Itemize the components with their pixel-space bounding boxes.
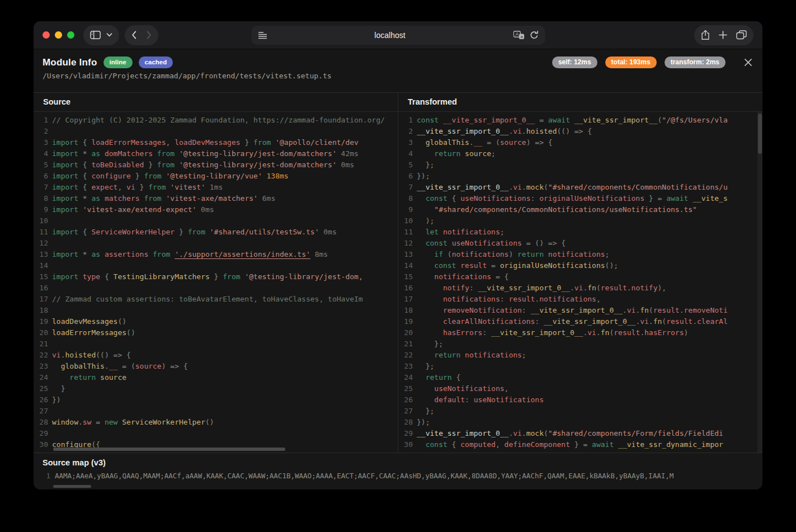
code-line: 19loadDevMessages() [34,316,398,327]
code-line: 19 clearAllNotifications: __vite_ssr_imp… [398,316,762,327]
close-window-button[interactable] [43,31,50,39]
zoom-window-button[interactable] [67,31,74,39]
code-line: 27 [34,406,398,417]
line-number: 11 [34,227,48,238]
forward-button[interactable] [147,31,152,39]
sidebar-button-group [83,25,119,45]
tab-overview-button[interactable] [736,30,747,40]
share-icon [701,30,710,40]
code-line: 20loadErrorMessages() [34,327,398,338]
code-line: 16 notify: __vite_ssr_import_0__.vi.fn(r… [398,283,762,294]
line-number: 11 [398,227,413,238]
translate-icon[interactable]: A a [513,31,524,40]
line-number: 9 [398,204,413,215]
sidebar-toggle-button[interactable] [90,31,101,39]
transformed-code: 1const __vite_ssr_import_0__ = await __v… [398,112,762,453]
code-line: 25 } [34,383,398,394]
line-number: 15 [398,271,413,283]
line-number: 14 [34,260,48,271]
code-line: 9import 'vitest-axe/extend-expect' 0ms [34,204,398,215]
sourcemap-mappings-line: 1AAMA;AAeA,yBAAG,QAAQ,MAAM;AACf,aAAW,KAA… [43,472,761,480]
line-number: 20 [34,327,48,338]
share-button[interactable] [701,30,710,40]
line-number: 18 [398,305,413,316]
code-line: 10 [34,215,398,227]
line-number: 8 [398,193,413,204]
code-line: 8 const { useNotifications: originalUseN… [398,193,762,204]
code-line: 30 const { computed, defineComponent } =… [398,439,762,450]
close-icon [744,58,752,67]
line-number: 17 [34,294,48,305]
nav-button-group [125,25,158,45]
line-number: 4 [398,148,413,159]
line-number: 2 [398,126,413,137]
line-number: 14 [398,260,413,271]
line-number: 13 [34,249,48,260]
source-horizontal-scrollbar[interactable] [53,448,285,451]
code-line: 25 useNotifications, [398,383,762,394]
line-number: 12 [34,238,48,249]
code-line: 7import { expect, vi } from 'vitest' 1ms [34,182,398,193]
transformed-scrollbar-track[interactable] [757,112,762,453]
code-line: 4 return source; [398,148,762,159]
sidebar-dropdown-button[interactable] [106,33,112,37]
line-number: 26 [398,394,413,406]
code-line: 16 [34,283,398,294]
line-number: 23 [34,361,48,372]
line-number: 23 [398,361,413,372]
page-title: Module Info [43,57,97,68]
line-number: 17 [398,294,413,305]
line-number: 8 [34,193,48,204]
module-file-path: /Users/vladimir/Projects/zammad/app/fron… [43,72,752,80]
sourcemap-line-number: 1 [43,472,50,480]
line-number: 18 [34,305,48,316]
code-line: 24 return { [398,372,762,383]
line-number: 1 [34,115,48,126]
browser-toolbar: localhost A a [34,21,762,49]
minimize-window-button[interactable] [55,31,62,39]
transformed-scrollbar-thumb[interactable] [758,114,762,154]
tabs-icon [736,30,747,40]
new-tab-button[interactable] [719,31,727,39]
code-line: 6}); [398,171,762,182]
transform-time-badge: transform: 2ms [665,57,726,68]
code-line: 10 ); [398,215,762,227]
total-time-badge: total: 193ms [605,57,657,68]
code-line: 14 const result = originalUseNotificatio… [398,260,762,271]
line-number: 1 [398,115,413,126]
code-line: 29__vite_ssr_import_0__.vi.mock("#shared… [398,428,762,439]
line-number: 4 [34,148,48,159]
line-number: 3 [398,137,413,148]
code-line: 1const __vite_ssr_import_0__ = await __v… [398,115,762,126]
line-number: 5 [398,159,413,171]
code-line: 23 globalThis.__ = (source) => { [34,361,398,372]
line-number: 27 [34,406,48,417]
line-number: 26 [34,394,48,406]
address-bar[interactable]: localhost A a [251,26,545,45]
code-line: 26}) [34,394,398,406]
code-line: 3import { loadErrorMessages, loadDevMess… [34,137,398,148]
close-button[interactable] [744,58,752,67]
line-number: 27 [398,406,413,417]
reload-icon[interactable] [530,31,538,40]
line-number: 12 [398,238,413,249]
line-number: 16 [34,283,48,294]
code-line: 12 const useNotifications = () => { [398,238,762,249]
reader-icon[interactable] [258,31,267,39]
back-icon [131,31,136,39]
code-line: 9 "#shared/components/CommonNotification… [398,204,762,215]
code-line: 28}); [398,417,762,428]
back-button[interactable] [131,31,136,39]
line-number: 24 [34,372,48,383]
line-number: 20 [398,327,413,338]
sourcemap-horizontal-scrollbar[interactable] [53,485,91,488]
plus-icon [719,31,727,39]
inline-badge: inline [103,57,133,68]
code-line: 24 return source [34,372,398,383]
code-line: 18 [34,305,398,316]
code-line: 18 removeNotification: __vite_ssr_import… [398,305,762,316]
desktop: { "browser": { "url_text": "localhost", … [0,0,796,532]
self-time-badge: self: 12ms [552,57,597,68]
line-number: 21 [34,338,48,350]
line-number: 22 [34,350,48,361]
